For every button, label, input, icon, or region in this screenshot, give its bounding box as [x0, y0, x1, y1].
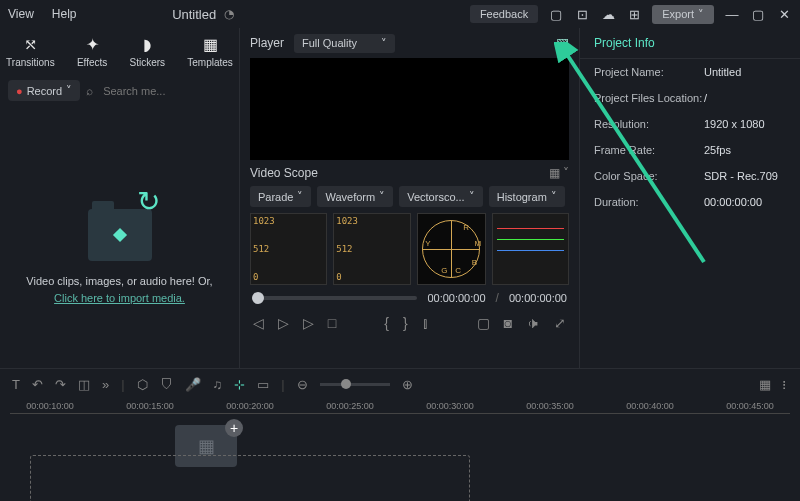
save-icon[interactable]: ⊡: [574, 7, 590, 22]
info-value: Untitled: [704, 66, 741, 78]
download-arrow-icon: ↻: [137, 185, 160, 218]
scope-tab-parade[interactable]: Parade˅: [250, 186, 311, 207]
scope-title: Video Scope: [250, 166, 318, 180]
search-icon: ⌕: [86, 84, 93, 98]
redo-icon[interactable]: ↷: [55, 377, 66, 392]
effects-icon: ✦: [82, 34, 102, 54]
play-back-button[interactable]: ▷: [278, 315, 289, 331]
feedback-button[interactable]: Feedback: [470, 5, 538, 23]
mark-out-button[interactable]: }: [403, 315, 408, 331]
video-preview[interactable]: [250, 58, 569, 160]
record-button[interactable]: ●Record˅: [8, 80, 80, 101]
snapshot-icon[interactable]: ▧: [556, 35, 569, 51]
more-tools-icon[interactable]: »: [102, 377, 109, 392]
folder-icon: ↻: [88, 209, 152, 261]
info-value: SDR - Rec.709: [704, 170, 778, 182]
project-info-tab[interactable]: Project Info: [580, 28, 800, 59]
screen-icon[interactable]: ▢: [548, 7, 564, 22]
import-media-link[interactable]: Click here to import media.: [54, 292, 185, 304]
chevron-down-icon[interactable]: ˅: [563, 166, 569, 180]
tool-stickers[interactable]: ◗Stickers: [129, 34, 165, 68]
chevron-down-icon: ˅: [297, 190, 303, 203]
scope-histogram: [492, 213, 569, 285]
scope-tab-histogram[interactable]: Histogram˅: [489, 186, 565, 207]
settings-icon[interactable]: ⫶: [781, 377, 788, 392]
top-menubar: View Help Untitled ◔ Feedback ▢ ⊡ ☁ ⊞ Ex…: [0, 0, 800, 28]
prev-frame-button[interactable]: ◁: [253, 315, 264, 331]
tool-transitions[interactable]: ⤲Transitions: [6, 34, 55, 68]
info-value: 00:00:00:00: [704, 196, 762, 208]
player-label: Player: [250, 36, 284, 50]
frame-icon[interactable]: ▭: [257, 377, 269, 392]
info-value: 1920 x 1080: [704, 118, 765, 130]
zoom-in-icon[interactable]: ⊕: [402, 377, 413, 392]
mark-in-button[interactable]: {: [384, 315, 389, 331]
scope-tab-waveform[interactable]: Waveform˅: [317, 186, 393, 207]
info-row: Project Name:Untitled: [580, 59, 800, 85]
media-hint-text: Video clips, images, or audio here! Or,: [26, 275, 212, 287]
ruler-tick: 00:00:25:00: [300, 401, 400, 411]
image-icon: ▦: [198, 435, 215, 457]
undo-icon[interactable]: ↶: [32, 377, 43, 392]
track-drop-zone[interactable]: [30, 455, 470, 501]
ruler-tick: 00:00:35:00: [500, 401, 600, 411]
search-input[interactable]: [99, 81, 245, 101]
project-info-panel: Project Info Project Name:UntitledProjec…: [580, 28, 800, 368]
ruler-tick: 00:00:40:00: [600, 401, 700, 411]
info-label: Project Files Location:: [594, 92, 704, 104]
media-import-area[interactable]: ↻ Video clips, images, or audio here! Or…: [0, 107, 239, 368]
timeline-tracks[interactable]: ▦ +: [0, 425, 800, 495]
ruler-tick: 00:00:20:00: [200, 401, 300, 411]
info-row: Color Space:SDR - Rec.709: [580, 163, 800, 189]
ruler-tick: 00:00:15:00: [100, 401, 200, 411]
stickers-icon: ◗: [137, 34, 157, 54]
fullscreen-button[interactable]: ⤢: [554, 315, 566, 331]
close-button[interactable]: ✕: [776, 7, 792, 22]
project-title: Untitled: [172, 7, 216, 22]
left-panel: ⤲Transitions ✦Effects ◗Stickers ▦Templat…: [0, 28, 240, 368]
info-value: /: [704, 92, 707, 104]
volume-button[interactable]: 🕩: [526, 315, 540, 331]
chevron-down-icon: ˅: [66, 84, 72, 97]
scope-waveform: 1023 512 0: [333, 213, 410, 285]
chevron-down-icon: ˅: [698, 8, 704, 21]
timeline-ruler[interactable]: 00:00:10:0000:00:15:0000:00:20:0000:00:2…: [0, 399, 800, 413]
quality-select[interactable]: Full Quality˅: [294, 34, 395, 53]
zoom-slider[interactable]: [320, 383, 390, 386]
play-button[interactable]: ▷: [303, 315, 314, 331]
maximize-button[interactable]: ▢: [750, 7, 766, 22]
text-tool-icon[interactable]: T: [12, 377, 20, 392]
info-row: Project Files Location:/: [580, 85, 800, 111]
scope-tab-vectorscope[interactable]: Vectorsco...˅: [399, 186, 482, 207]
shield-icon[interactable]: ⛉: [160, 377, 173, 392]
chevron-down-icon: ˅: [379, 190, 385, 203]
crop-icon[interactable]: ◫: [78, 377, 90, 392]
timeline: T ↶ ↷ ◫ » | ⬡ ⛉ 🎤 ♫ ⊹ ▭ | ⊖ ⊕ ▦ ⫶ 00:00:…: [0, 368, 800, 501]
add-clip-button[interactable]: +: [225, 419, 243, 437]
marker-button[interactable]: ⫿: [422, 315, 429, 331]
view-mode-icon[interactable]: ▦: [759, 377, 771, 392]
cloud-icon[interactable]: ☁: [600, 7, 616, 22]
link-icon[interactable]: ⊹: [234, 377, 245, 392]
playback-scrubber[interactable]: [252, 296, 417, 300]
minimize-button[interactable]: —: [724, 7, 740, 22]
current-time: 00:00:00:00: [427, 292, 485, 304]
zoom-out-icon[interactable]: ⊖: [297, 377, 308, 392]
stop-button[interactable]: □: [328, 315, 336, 331]
info-label: Color Space:: [594, 170, 704, 182]
music-icon[interactable]: ♫: [213, 377, 223, 392]
tool-label: Stickers: [129, 57, 165, 68]
snapshot-button[interactable]: ◙: [504, 315, 512, 331]
display-button[interactable]: ▢: [477, 315, 490, 331]
chevron-down-icon: ˅: [381, 37, 387, 50]
tool-templates[interactable]: ▦Templates: [187, 34, 233, 68]
tool-effects[interactable]: ✦Effects: [77, 34, 107, 68]
chevron-down-icon: ˅: [469, 190, 475, 203]
apps-icon[interactable]: ⊞: [626, 7, 642, 22]
scope-grid-icon[interactable]: ▦: [549, 166, 560, 180]
mic-icon[interactable]: 🎤: [185, 377, 201, 392]
info-label: Frame Rate:: [594, 144, 704, 156]
export-button[interactable]: Export˅: [652, 5, 714, 24]
total-time: 00:00:00:00: [509, 292, 567, 304]
marker-icon[interactable]: ⬡: [137, 377, 148, 392]
